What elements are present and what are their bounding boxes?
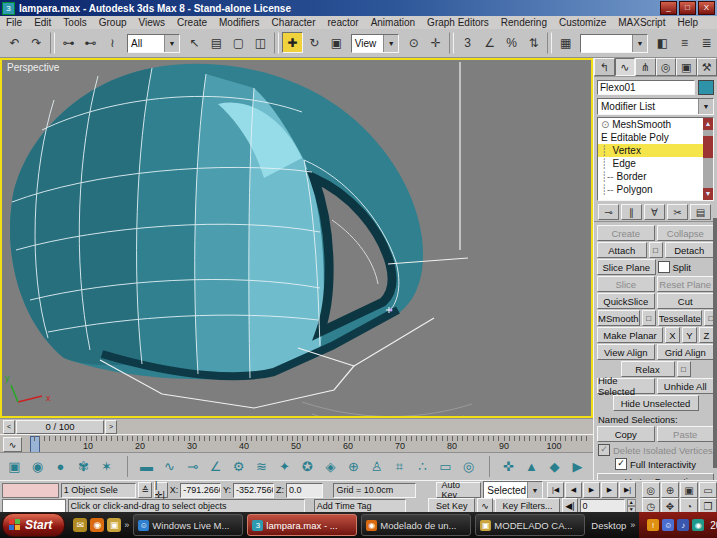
separator[interactable] bbox=[50, 32, 55, 54]
menu-item[interactable]: Create bbox=[171, 17, 213, 28]
menu-item[interactable]: Graph Editors bbox=[421, 17, 495, 28]
mirror-icon[interactable]: ◧ bbox=[652, 33, 673, 54]
desktop-toolbar[interactable]: Desktop bbox=[591, 520, 626, 531]
previous-frame-arrow[interactable]: < bbox=[3, 420, 15, 434]
remove-modifier-icon[interactable]: ✂ bbox=[667, 204, 688, 220]
window-crossing-icon[interactable]: ◫ bbox=[250, 32, 271, 53]
snap-toggle-icon[interactable]: 3 bbox=[457, 32, 478, 53]
previous-frame-icon[interactable]: ◀ bbox=[565, 482, 582, 498]
next-frame-icon[interactable]: ▶ bbox=[601, 482, 618, 498]
water-icon[interactable]: ◈ bbox=[320, 456, 341, 477]
zoom-region-icon[interactable]: ▭ bbox=[699, 482, 717, 498]
menu-item[interactable]: File bbox=[0, 17, 28, 28]
y-coordinate-field[interactable]: -352.7560 bbox=[233, 483, 274, 498]
maxscript-mini-listener-pink[interactable] bbox=[2, 483, 59, 498]
undo-icon[interactable]: ↶ bbox=[4, 32, 25, 53]
stack-item-vertex[interactable]: ┊ Vertex bbox=[598, 144, 713, 157]
menu-item[interactable]: Character bbox=[266, 17, 322, 28]
select-move-icon[interactable]: ✚ bbox=[282, 32, 303, 53]
grid-align-button[interactable]: Grid Align bbox=[657, 344, 715, 360]
named-selection-dropdown[interactable]: ▼ bbox=[580, 34, 648, 53]
plane-icon[interactable]: ▬ bbox=[127, 456, 157, 477]
planar-y-button[interactable]: Y bbox=[682, 327, 697, 343]
menu-item[interactable]: Animation bbox=[365, 17, 421, 28]
tessellate-button[interactable]: Tessellate bbox=[658, 310, 702, 326]
messenger-tray-icon[interactable]: ☺ bbox=[662, 519, 674, 531]
maximize-button[interactable]: □ bbox=[679, 1, 696, 15]
tab-display[interactable]: ▣ bbox=[676, 58, 697, 76]
task-lampara-max[interactable]: 3 lampara.max - ... bbox=[247, 514, 357, 536]
security-alert-icon[interactable]: ! bbox=[647, 519, 659, 531]
constraint-solver-icon[interactable]: ⊕ bbox=[343, 456, 364, 477]
motor-icon[interactable]: ⚙ bbox=[228, 456, 249, 477]
hide-selected-button[interactable]: Hide Selected bbox=[597, 378, 655, 394]
apply-rope-modifier-icon[interactable]: ◆ bbox=[544, 456, 565, 477]
point-point-constraint-icon[interactable]: ∴ bbox=[412, 456, 433, 477]
spinner-snap-icon[interactable]: ⇅ bbox=[523, 32, 544, 53]
paste-button[interactable]: Paste bbox=[657, 426, 715, 442]
rag-doll-constraint-icon[interactable]: ♙ bbox=[366, 456, 387, 477]
attach-button[interactable]: Attach bbox=[597, 242, 647, 258]
frame-spinner[interactable]: ▲▼ bbox=[627, 499, 636, 513]
hide-unselected-button[interactable]: Hide Unselected bbox=[613, 395, 699, 411]
configure-modifier-sets-icon[interactable]: ▤ bbox=[690, 204, 711, 220]
menu-item[interactable]: Group bbox=[93, 17, 133, 28]
tab-hierarchy[interactable]: ⋔ bbox=[635, 58, 656, 76]
viewport-label[interactable]: Perspective bbox=[7, 62, 59, 73]
panel-scrollbar[interactable] bbox=[713, 218, 717, 468]
bind-spacewarp-icon[interactable]: ≀ bbox=[102, 32, 123, 53]
hinge-constraint-icon[interactable]: ⌗ bbox=[389, 456, 410, 477]
overflow-chevron-icon[interactable]: » bbox=[124, 520, 129, 530]
collapse-button[interactable]: Collapse bbox=[657, 225, 715, 241]
quicklaunch-icon-1[interactable]: ✉ bbox=[73, 518, 87, 532]
apply-softbody-modifier-icon[interactable]: ▲ bbox=[521, 456, 542, 477]
tab-create[interactable]: ↰ bbox=[594, 58, 615, 76]
stack-item-edge[interactable]: ┊ Edge bbox=[598, 157, 713, 170]
menu-item[interactable]: Edit bbox=[28, 17, 57, 28]
app-tray-icon[interactable]: ◉ bbox=[692, 519, 704, 531]
separator[interactable] bbox=[547, 32, 552, 54]
task-modelado-folder[interactable]: ▣ MODELADO CA... bbox=[475, 514, 585, 536]
menu-item[interactable]: Customize bbox=[553, 17, 612, 28]
separator[interactable] bbox=[449, 32, 454, 54]
stack-item-polygon[interactable]: ┊-- Polygon bbox=[598, 183, 713, 196]
tab-modify[interactable]: ∿ bbox=[615, 58, 636, 76]
absolute-offset-icon[interactable]: |✛| bbox=[154, 482, 168, 498]
show-end-result-icon[interactable]: ∥ bbox=[621, 204, 642, 220]
edit-named-selections-icon[interactable]: ▦ bbox=[555, 32, 576, 53]
select-by-name-icon[interactable]: ▤ bbox=[206, 32, 227, 53]
split-checkbox[interactable] bbox=[658, 261, 670, 273]
redo-icon[interactable]: ↷ bbox=[26, 32, 47, 53]
make-planar-button[interactable]: Make Planar bbox=[597, 327, 663, 343]
close-button[interactable]: X bbox=[698, 1, 715, 15]
soft-body-collection-icon[interactable]: ● bbox=[50, 456, 71, 477]
go-to-start-icon[interactable]: |◀ bbox=[547, 482, 564, 498]
go-to-end-icon[interactable]: ▶| bbox=[619, 482, 636, 498]
ref-coord-dropdown[interactable]: View ▼ bbox=[351, 34, 399, 53]
reset-plane-button[interactable]: Reset Plane bbox=[657, 276, 715, 292]
x-coordinate-field[interactable]: -791.2660 bbox=[180, 483, 221, 498]
task-modelado[interactable]: ◉ Modelado de un... bbox=[361, 514, 471, 536]
stack-item-meshsmooth[interactable]: ⊙ MeshSmooth bbox=[598, 118, 713, 131]
copy-button[interactable]: Copy bbox=[597, 426, 655, 442]
layer-manager-icon[interactable]: ≣ bbox=[696, 33, 717, 54]
menu-item[interactable]: Rendering bbox=[495, 17, 553, 28]
modifier-list-dropdown[interactable]: Modifier List ▼ bbox=[597, 98, 714, 115]
zoom-all-icon[interactable]: ⊕ bbox=[661, 482, 679, 498]
stack-item-border[interactable]: ┊-- Border bbox=[598, 170, 713, 183]
use-pivot-center-icon[interactable]: ⊙ bbox=[403, 32, 424, 53]
relax-settings-button[interactable]: □ bbox=[677, 361, 691, 377]
cut-button[interactable]: Cut bbox=[657, 293, 715, 309]
select-rotate-icon[interactable]: ↻ bbox=[304, 32, 325, 53]
rect-region-icon[interactable]: ▢ bbox=[228, 32, 249, 53]
percent-snap-icon[interactable]: % bbox=[501, 32, 522, 53]
select-object-icon[interactable]: ↖ bbox=[184, 32, 205, 53]
object-name-field[interactable]: Flexo01 bbox=[597, 80, 695, 95]
zoom-extents-icon[interactable]: ▣ bbox=[680, 482, 698, 498]
unhide-all-button[interactable]: Unhide All bbox=[657, 378, 715, 394]
select-link-icon[interactable]: ⊶ bbox=[58, 32, 79, 53]
rope-collection-icon[interactable]: ✾ bbox=[73, 456, 94, 477]
stack-item-editable-poly[interactable]: E Editable Poly bbox=[598, 131, 713, 144]
menu-item[interactable]: Help bbox=[671, 17, 704, 28]
planar-z-button[interactable]: Z bbox=[699, 327, 714, 343]
